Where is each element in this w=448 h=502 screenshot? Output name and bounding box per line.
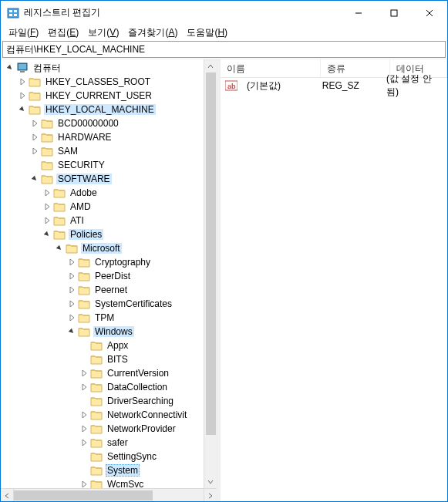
folder-icon	[53, 215, 66, 226]
svg-rect-4	[14, 14, 17, 16]
tree-node-hardware[interactable]: HARDWARE	[1, 130, 204, 144]
svg-rect-10	[19, 64, 26, 69]
tree-node-hkcr[interactable]: HKEY_CLASSES_ROOT	[1, 75, 204, 89]
twisty-open-icon[interactable]	[4, 64, 16, 72]
tree-node-safer[interactable]: safer	[1, 436, 204, 450]
tree-node-networkconnectivit[interactable]: NetworkConnectivit	[1, 408, 204, 422]
folder-icon	[41, 174, 53, 184]
folder-icon	[90, 409, 103, 420]
svg-rect-6	[391, 10, 397, 16]
twisty-closed-icon[interactable]	[16, 78, 29, 86]
tree-label: TPM	[93, 312, 116, 323]
menu-edit[interactable]: 편집(E)	[43, 26, 83, 39]
tree-node-windows[interactable]: Windows	[1, 325, 204, 339]
scroll-up-icon[interactable]	[204, 59, 217, 72]
folder-icon	[78, 298, 90, 309]
twisty-closed-icon[interactable]	[66, 314, 78, 322]
tree-label: HARDWARE	[56, 132, 113, 143]
twisty-closed-icon[interactable]	[16, 92, 29, 99]
tree-node-sam[interactable]: SAM	[1, 144, 204, 158]
tree-node-microsoft[interactable]: Microsoft	[1, 241, 204, 255]
twisty-closed-icon[interactable]	[29, 133, 41, 141]
tree-node-amd[interactable]: AMD	[1, 200, 204, 214]
twisty-closed-icon[interactable]	[78, 383, 90, 391]
twisty-closed-icon[interactable]	[78, 369, 90, 377]
tree-node-tpm[interactable]: TPM	[1, 311, 204, 325]
twisty-closed-icon[interactable]	[78, 439, 90, 446]
tree-label: ATI	[69, 215, 86, 226]
folder-icon	[41, 146, 53, 157]
svg-rect-3	[9, 14, 12, 16]
regedit-icon	[7, 7, 19, 19]
tree-node-systemcertificates[interactable]: SystemCertificates	[1, 297, 204, 311]
tree-node-wcmsvc[interactable]: WcmSvc	[1, 477, 204, 488]
tree-vscroll[interactable]	[204, 59, 217, 488]
twisty-open-icon[interactable]	[29, 175, 41, 183]
tree-label: WcmSvc	[106, 479, 145, 488]
menu-file[interactable]: 파일(F)	[4, 26, 43, 39]
tree-label: PeerDist	[93, 271, 132, 281]
twisty-closed-icon[interactable]	[66, 300, 78, 308]
close-button[interactable]	[412, 1, 447, 25]
tree-node-software[interactable]: SOFTWARE	[1, 172, 204, 186]
twisty-closed-icon[interactable]	[78, 480, 90, 488]
tree-label: BITS	[106, 354, 130, 365]
tree-node-policies[interactable]: Policies	[1, 227, 204, 241]
twisty-closed-icon[interactable]	[78, 425, 90, 433]
tree-node-settingsync[interactable]: SettingSync	[1, 450, 204, 463]
menu-favorites[interactable]: 즐겨찾기(A)	[123, 26, 182, 39]
folder-icon	[90, 382, 103, 393]
tree-node-hkcu[interactable]: HKEY_CURRENT_USER	[1, 89, 204, 103]
folder-icon	[90, 396, 103, 406]
tree-node-driversearching[interactable]: DriverSearching	[1, 394, 204, 408]
twisty-closed-icon[interactable]	[41, 203, 53, 211]
twisty-closed-icon[interactable]	[66, 258, 78, 266]
tree-node-networkprovider[interactable]: NetworkProvider	[1, 422, 204, 436]
tree-node-adobe[interactable]: Adobe	[1, 186, 204, 200]
twisty-closed-icon[interactable]	[29, 120, 41, 127]
address-bar[interactable]: 컴퓨터\HKEY_LOCAL_MACHINE	[2, 41, 446, 58]
twisty-open-icon[interactable]	[53, 244, 66, 252]
tree-node-hklm[interactable]: HKEY_LOCAL_MACHINE	[1, 103, 204, 116]
folder-icon	[41, 132, 53, 143]
twisty-closed-icon[interactable]	[41, 189, 53, 197]
tree-node-peernet[interactable]: Peernet	[1, 283, 204, 297]
tree-hscroll[interactable]	[1, 488, 217, 501]
folder-icon	[90, 423, 103, 434]
twisty-closed-icon[interactable]	[41, 217, 53, 224]
twisty-open-icon[interactable]	[16, 106, 29, 113]
twisty-closed-icon[interactable]	[29, 147, 41, 155]
twisty-open-icon[interactable]	[41, 231, 53, 238]
tree-label: NetworkConnectivit	[106, 409, 188, 420]
twisty-closed-icon[interactable]	[66, 286, 78, 294]
tree-node-root[interactable]: 컴퓨터	[1, 61, 204, 75]
scroll-down-icon[interactable]	[204, 475, 217, 488]
tree-node-currentversion[interactable]: CurrentVersion	[1, 366, 204, 380]
tree-label: DataCollection	[106, 382, 169, 393]
twisty-closed-icon[interactable]	[78, 411, 90, 419]
tree-node-cryptography[interactable]: Cryptography	[1, 255, 204, 269]
minimize-button[interactable]	[341, 1, 376, 25]
tree-node-peerdist[interactable]: PeerDist	[1, 269, 204, 283]
col-header-name[interactable]: 이름	[221, 59, 321, 77]
scroll-left-icon[interactable]	[1, 489, 14, 502]
tree-node-datacollection[interactable]: DataCollection	[1, 380, 204, 394]
twisty-closed-icon[interactable]	[66, 272, 78, 280]
tree-node-system[interactable]: System	[1, 463, 204, 477]
tree-node-bits[interactable]: BITS	[1, 352, 204, 366]
scroll-right-icon[interactable]	[204, 489, 217, 502]
folder-icon	[29, 90, 41, 101]
twisty-open-icon[interactable]	[66, 328, 78, 335]
tree-node-appx[interactable]: Appx	[1, 339, 204, 352]
tree-label: Policies	[69, 229, 103, 240]
tree-node-ati[interactable]: ATI	[1, 214, 204, 227]
tree-label: Microsoft	[81, 243, 122, 254]
menu-help[interactable]: 도움말(H)	[182, 26, 232, 39]
value-row[interactable]: ab (기본값) REG_SZ (값 설정 안 됨)	[221, 78, 447, 93]
menu-view[interactable]: 보기(V)	[83, 26, 123, 39]
folder-icon	[90, 368, 103, 379]
tree-node-bcd[interactable]: BCD00000000	[1, 116, 204, 130]
tree-node-security[interactable]: SECURITY	[1, 158, 204, 172]
tree-label: NetworkProvider	[106, 423, 177, 434]
maximize-button[interactable]	[376, 1, 412, 25]
